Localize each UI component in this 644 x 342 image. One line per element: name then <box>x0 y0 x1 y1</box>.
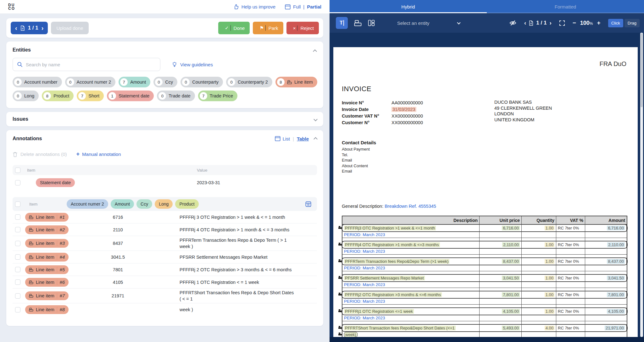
select-all-checkbox[interactable] <box>15 201 20 207</box>
line-item-annotation-box[interactable] <box>341 224 628 232</box>
column-chip[interactable]: Amount <box>111 199 134 209</box>
line-item-chip[interactable]: Line item #5 <box>25 265 69 274</box>
help-us-improve-link[interactable]: Help us improve <box>233 4 275 10</box>
entity-chip[interactable]: 0 Counterparty <box>180 77 223 87</box>
done-button[interactable]: ✓ Done <box>218 22 250 34</box>
entity-chip[interactable]: 0 Account number <box>13 77 62 87</box>
line-item-chip[interactable]: Line item #1 <box>25 213 69 222</box>
row-checkbox[interactable] <box>15 241 20 246</box>
partial-view-link[interactable]: Partial <box>307 4 321 9</box>
entity-chip[interactable]: 0 Long <box>13 91 39 101</box>
prev-document-button[interactable]: ‹ <box>15 25 17 32</box>
line-item-chip[interactable]: Line item #8 <box>25 305 69 314</box>
visibility-toggle[interactable] <box>509 19 517 27</box>
tab-formatted[interactable]: Formatted <box>487 0 644 13</box>
entity-chip[interactable]: 0 Account numer 2 <box>65 77 116 87</box>
manual-annotation-button[interactable]: + Manual annotation <box>76 151 121 157</box>
entities-collapse-button[interactable] <box>314 48 316 54</box>
next-document-button[interactable]: › <box>42 25 44 32</box>
full-view-link[interactable]: Full <box>293 4 301 9</box>
line-item-row[interactable]: Line item #1 6716 PFFFRj 3 OTC Registrat… <box>13 211 317 223</box>
row-checkbox[interactable] <box>15 279 20 285</box>
tab-hybrid[interactable]: Hybrid <box>330 0 487 13</box>
column-chip[interactable]: Ccy <box>136 199 152 209</box>
reject-button[interactable]: × Reject <box>286 22 319 34</box>
layout-tool[interactable] <box>368 19 375 26</box>
line-item-row[interactable]: Line item #3 8437 PFFRTerm Transaction f… <box>13 236 317 251</box>
line-item-row[interactable]: Line item #4 3041.5 PFSRR Settlement Mes… <box>13 251 317 263</box>
entity-chip-label: Trade Price <box>210 93 233 98</box>
document-area[interactable]: FRA DuO INVOICE Invoice N° AA0000000000 … <box>330 33 644 337</box>
park-button[interactable]: ⚑ Park <box>253 22 283 34</box>
row-checkbox[interactable] <box>15 180 20 185</box>
select-all-checkbox[interactable] <box>15 168 20 173</box>
search-input[interactable] <box>26 62 156 67</box>
zoom-out-button[interactable]: − <box>573 19 576 26</box>
text-select-tool[interactable]: T <box>336 17 348 29</box>
delete-annotations-button[interactable]: Delete annotations (0) <box>13 152 67 157</box>
annotations-collapse-button[interactable] <box>314 136 317 141</box>
entity-chip[interactable]: 1 Statement date <box>107 91 154 101</box>
entity-chip[interactable]: 7 Short <box>77 91 104 101</box>
issues-collapse-button[interactable] <box>314 116 317 122</box>
line-item-row[interactable]: Line item #8 week ) <box>13 303 317 316</box>
issues-section[interactable]: Issues <box>6 112 323 126</box>
invoice-desc-overflow[interactable]: week) <box>344 332 358 337</box>
scrollbar-thumb[interactable] <box>641 33 643 107</box>
column-chip[interactable]: Account numer 2 <box>67 199 108 209</box>
line-item-annotation-box[interactable] <box>341 257 628 265</box>
entity-chip[interactable]: 0 Counterparty 2 <box>226 77 272 87</box>
statement-date-annotation[interactable]: 31/03/2023 <box>391 107 416 112</box>
table-settings-button[interactable] <box>305 201 311 207</box>
statement-date-value: 2023-03-31 <box>197 180 317 185</box>
line-item-annotation-box[interactable] <box>341 324 628 332</box>
table-view-toggle[interactable]: Table <box>297 136 309 141</box>
line-item-row[interactable]: Line item #5 7801 PFFFRj 2 OTC Registrat… <box>13 263 317 276</box>
statement-date-chip[interactable]: Statement date <box>36 178 75 187</box>
next-page-button[interactable]: › <box>549 19 551 26</box>
line-item-annotation-box[interactable] <box>341 291 628 299</box>
row-checkbox[interactable] <box>15 254 20 260</box>
list-view-toggle[interactable]: List <box>275 136 290 141</box>
upload-done-button[interactable]: Upload done <box>51 22 88 34</box>
entity-chip[interactable]: 7 Amount <box>119 77 150 87</box>
line-item-annotation-box[interactable] <box>341 307 628 315</box>
line-item-chip[interactable]: Line item #3 <box>25 239 69 248</box>
line-item-chip[interactable]: Line item #4 <box>25 253 69 262</box>
line-item-row[interactable]: Line item #6 4105 PFFFRj 1 OTC Registrat… <box>13 276 317 289</box>
entity-chip[interactable]: 8 Line item <box>275 77 317 87</box>
entity-search[interactable] <box>13 58 160 71</box>
entity-chip[interactable]: 0 Trade date <box>157 91 195 101</box>
line-item-chip[interactable]: Line item #6 <box>25 278 69 287</box>
drag-mode-button[interactable]: Drag <box>625 19 640 27</box>
prev-page-button[interactable]: ‹ <box>524 19 526 26</box>
line-item-chip[interactable]: Line item #2 <box>25 225 69 234</box>
entity-select-dropdown[interactable]: Select an entity <box>397 20 460 26</box>
column-chip[interactable]: Product <box>175 199 198 209</box>
row-checkbox[interactable] <box>15 227 20 232</box>
row-checkbox[interactable] <box>15 307 20 312</box>
line-item-annotation-box[interactable] <box>341 241 628 249</box>
line-item-row[interactable]: Line item #2 2110 PFFFRj 4 OTC Registrat… <box>13 223 317 236</box>
view-guidelines-link[interactable]: View guidelines <box>172 62 213 67</box>
document-pager[interactable]: ‹ 1 / 1 › <box>11 22 48 34</box>
entity-chip[interactable]: 7 Trade Price <box>198 91 237 101</box>
entity-chip[interactable]: 0 Ccy <box>153 77 177 87</box>
row-checkbox[interactable] <box>15 267 20 272</box>
line-item-chip[interactable]: Line item #7 <box>25 291 69 300</box>
view-mode-switch[interactable]: Full | Partial <box>285 4 321 9</box>
line-item-row[interactable]: Line item #7 21971 PFFRTShort Transactio… <box>13 289 317 303</box>
fullscreen-button[interactable] <box>559 20 565 26</box>
line-item-annotation-box[interactable] <box>341 274 628 282</box>
zoom-in-button[interactable]: + <box>597 19 601 26</box>
click-mode-button[interactable]: Click <box>608 19 623 27</box>
line-item-tool[interactable] <box>354 20 362 26</box>
row-checkbox[interactable] <box>15 214 20 220</box>
breakdown-ref-link[interactable]: Breakdown Ref. 4555345 <box>385 204 436 209</box>
vertical-scrollbar[interactable] <box>640 33 643 337</box>
column-chip[interactable]: Long <box>155 199 173 209</box>
entity-count-badge: 0 <box>182 78 190 86</box>
row-checkbox[interactable] <box>15 293 20 299</box>
statement-date-row[interactable]: Statement date 2023-03-31 <box>13 175 317 190</box>
entity-chip[interactable]: 8 Product <box>42 91 74 101</box>
